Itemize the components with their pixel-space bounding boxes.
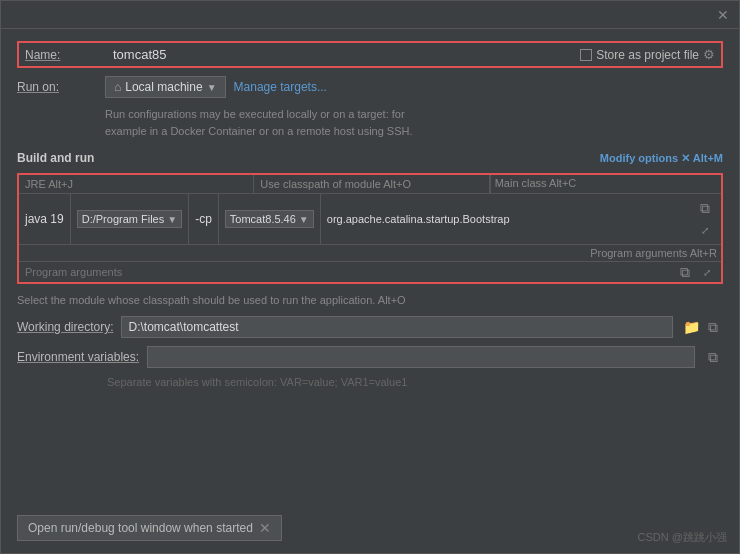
name-input[interactable]: [113, 47, 572, 62]
classpath-arrow-icon: ▼: [299, 214, 309, 225]
header-main-class: Main class Alt+C: [495, 177, 717, 189]
run-on-row: Run on: ⌂ Local machine ▼ Manage targets…: [17, 76, 723, 98]
prog-args-header: Program arguments Alt+R: [19, 244, 721, 261]
build-run-section-header: Build and run Modify options ✕ Alt+M: [17, 151, 723, 165]
env-vars-note: Separate variables with semicolon: VAR=v…: [17, 376, 723, 388]
java-version-cell: java 19: [19, 194, 71, 244]
dialog-content: Name: Store as project file ⚙ Run on: ⌂ …: [1, 29, 739, 507]
open-debug-button[interactable]: Open run/debug tool window when started …: [17, 515, 282, 541]
classpath-note: Select the module whose classpath should…: [17, 292, 723, 308]
java-path-dropdown[interactable]: D:/Program Files ▼: [77, 210, 182, 228]
classpath-cell: Tomcat8.5.46 ▼: [219, 194, 321, 244]
modify-options-link[interactable]: Modify options ✕ Alt+M: [600, 152, 723, 165]
env-vars-input[interactable]: [147, 346, 695, 368]
working-dir-row: Working directory: 📁 ⧉: [17, 316, 723, 338]
open-debug-close-icon[interactable]: ✕: [259, 520, 271, 536]
env-vars-row: Environment variables: ⧉: [17, 346, 723, 368]
info-line-2: example in a Docker Container or on a re…: [105, 123, 723, 140]
env-vars-label: Environment variables:: [17, 350, 139, 364]
run-on-label: Run on:: [17, 80, 97, 94]
working-dir-copy-icon[interactable]: ⧉: [703, 317, 723, 337]
store-project-text: Store as project file: [596, 48, 699, 62]
watermark: CSDN @跳跳小强: [638, 530, 727, 545]
working-dir-label: Working directory:: [17, 320, 113, 334]
prog-args-icons: ⧉ ⤢: [671, 262, 721, 282]
cp-flag-cell: -cp: [189, 194, 219, 244]
build-run-header: JRE Alt+J Use classpath of module Alt+O …: [19, 175, 721, 194]
prog-args-row: ⧉ ⤢: [19, 261, 721, 282]
info-text: Run configurations may be executed local…: [97, 106, 723, 139]
gear-icon[interactable]: ⚙: [703, 47, 715, 62]
info-line-1: Run configurations may be executed local…: [105, 106, 723, 123]
env-vars-copy-icon[interactable]: ⧉: [703, 347, 723, 367]
working-dir-folder-icon[interactable]: 📁: [681, 317, 701, 337]
build-run-data-row: java 19 D:/Program Files ▼ -cp Tomcat8.5: [19, 194, 721, 244]
open-debug-label: Open run/debug tool window when started: [28, 521, 253, 535]
classpath-dropdown[interactable]: Tomcat8.5.46 ▼: [225, 210, 314, 228]
name-row: Name: Store as project file ⚙: [17, 41, 723, 68]
java-path-arrow-icon: ▼: [167, 214, 177, 225]
run-on-value: Local machine: [125, 80, 202, 94]
run-debug-dialog: ✕ Name: Store as project file ⚙ Run on: …: [0, 0, 740, 554]
build-run-label: Build and run: [17, 151, 94, 165]
java-path-cell: D:/Program Files ▼: [71, 194, 189, 244]
main-class-expand-icon[interactable]: ⤢: [695, 220, 715, 240]
java-version-text: java 19: [25, 212, 64, 226]
working-dir-input[interactable]: [121, 316, 673, 338]
dropdown-arrow-icon: ▼: [207, 82, 217, 93]
title-bar: ✕: [1, 1, 739, 29]
build-run-box: JRE Alt+J Use classpath of module Alt+O …: [17, 173, 723, 284]
header-classpath: Use classpath of module Alt+O: [254, 175, 489, 193]
run-on-dropdown[interactable]: ⌂ Local machine ▼: [105, 76, 226, 98]
working-dir-icons: 📁 ⧉: [681, 317, 723, 337]
close-button[interactable]: ✕: [715, 7, 731, 23]
main-class-text: org.apache.catalina.startup.Bootstrap: [327, 213, 510, 225]
home-icon: ⌂: [114, 80, 121, 94]
manage-targets-link[interactable]: Manage targets...: [234, 80, 327, 94]
prog-args-expand-icon[interactable]: ⤢: [697, 262, 717, 282]
main-class-cell: org.apache.catalina.startup.Bootstrap ⧉ …: [321, 194, 721, 244]
main-class-copy-icon[interactable]: ⧉: [695, 198, 715, 218]
prog-args-copy-icon[interactable]: ⧉: [675, 262, 695, 282]
prog-args-input[interactable]: [19, 262, 671, 282]
name-label: Name:: [25, 48, 105, 62]
classpath-value-text: Tomcat8.5.46: [230, 213, 296, 225]
cp-flag-text: -cp: [195, 212, 212, 226]
modify-x-arrow: ✕: [681, 152, 693, 164]
header-jre: JRE Alt+J: [19, 175, 254, 193]
store-project-checkbox[interactable]: [580, 49, 592, 61]
bottom-row: Open run/debug tool window when started …: [1, 507, 739, 553]
store-project-label: Store as project file ⚙: [580, 47, 715, 62]
java-path-text: D:/Program Files: [82, 213, 165, 225]
